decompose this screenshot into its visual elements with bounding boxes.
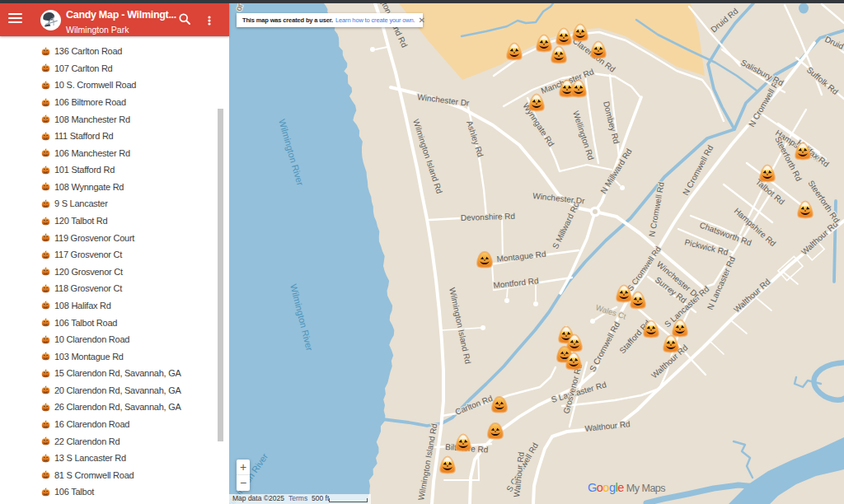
svg-text:GoogleMy Maps: GoogleMy Maps (588, 481, 665, 494)
svg-text:Devonshire Rd: Devonshire Rd (461, 212, 515, 222)
